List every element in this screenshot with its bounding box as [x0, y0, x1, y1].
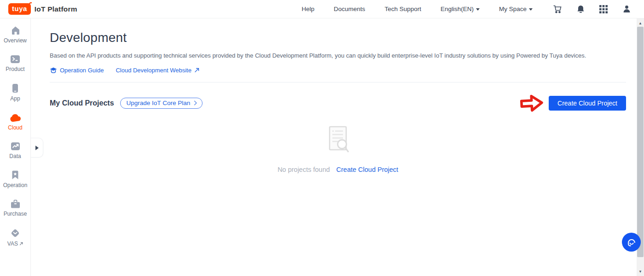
- chevron-right-icon: [192, 101, 197, 106]
- logo-swoosh-icon: [28, 1, 33, 7]
- upgrade-label: Upgrade IoT Core Plan: [127, 100, 191, 106]
- operation-guide-link[interactable]: Operation Guide: [50, 67, 104, 74]
- section-divider: [50, 82, 626, 82]
- user-icon[interactable]: [622, 5, 631, 14]
- create-cloud-project-button[interactable]: Create Cloud Project: [549, 96, 626, 111]
- external-link-icon: [194, 68, 199, 73]
- empty-create-project-link[interactable]: Create Cloud Project: [337, 166, 399, 173]
- projects-actions: Create Cloud Project: [519, 93, 626, 113]
- page-title: Development: [50, 30, 626, 45]
- no-projects-text: No projects found: [278, 166, 330, 173]
- nav-my-space[interactable]: My Space: [499, 6, 533, 12]
- external-link-icon: [19, 242, 23, 246]
- sidebar-expand-handle[interactable]: [31, 138, 43, 158]
- upgrade-iot-core-plan-button[interactable]: Upgrade IoT Core Plan: [120, 98, 203, 109]
- sidebar-item-product[interactable]: Product: [0, 55, 30, 72]
- cart-icon[interactable]: [553, 5, 562, 14]
- sidebar-label-operation: Operation: [3, 182, 28, 188]
- main-content: Development Based on the API products an…: [31, 18, 637, 276]
- scrollbar-thumb[interactable]: [637, 27, 644, 257]
- annotation-arrow-icon: [519, 93, 545, 114]
- sidebar-label-cloud: Cloud: [8, 124, 22, 131]
- vas-icon: [10, 228, 20, 238]
- sidebar-item-data[interactable]: Data: [0, 142, 30, 159]
- scroll-up-icon[interactable]: ▲: [637, 19, 644, 27]
- package-icon: [11, 200, 20, 208]
- nav-tech-support[interactable]: Tech Support: [384, 6, 421, 12]
- nav-language-select[interactable]: English(EN): [441, 6, 480, 12]
- support-chat-button[interactable]: [622, 233, 641, 252]
- projects-header-row: My Cloud Projects Upgrade IoT Core Plan …: [50, 93, 626, 113]
- header-icon-group: [553, 5, 631, 14]
- scroll-down-icon[interactable]: ▼: [637, 268, 644, 275]
- headset-chat-icon: [627, 237, 637, 247]
- nav-tech-support-label: Tech Support: [384, 6, 421, 12]
- nav-documents[interactable]: Documents: [334, 6, 365, 12]
- empty-text-row: No projects found Create Cloud Project: [278, 166, 398, 173]
- terminal-icon: [10, 55, 20, 64]
- home-icon: [11, 26, 20, 35]
- nav-my-space-label: My Space: [499, 6, 527, 12]
- product-name: IoT Platform: [35, 5, 77, 13]
- nav-help[interactable]: Help: [302, 6, 314, 12]
- top-nav: Help Documents Tech Support English(EN) …: [302, 6, 533, 12]
- cloud-dev-website-label: Cloud Development Website: [116, 67, 191, 74]
- caret-down-icon: [529, 8, 533, 11]
- help-links-row: Operation Guide Cloud Development Websit…: [50, 67, 626, 74]
- sidebar-label-vas: VAS: [7, 241, 23, 247]
- caret-down-icon: [476, 8, 480, 11]
- sidebar-label-overview: Overview: [4, 37, 27, 44]
- apps-grid-icon[interactable]: [599, 5, 608, 14]
- cloud-dev-website-link[interactable]: Cloud Development Website: [116, 67, 199, 74]
- nav-documents-label: Documents: [334, 6, 365, 12]
- cloud-icon: [9, 113, 21, 122]
- sidebar: Overview Product App Cloud Data Operatio…: [0, 18, 31, 276]
- sidebar-item-operation[interactable]: Operation: [0, 170, 30, 188]
- sidebar-item-overview[interactable]: Overview: [0, 26, 30, 44]
- page-description: Based on the API products and supporting…: [50, 52, 626, 59]
- sidebar-item-purchase[interactable]: Purchase: [0, 200, 30, 217]
- mobile-icon: [12, 83, 18, 93]
- sidebar-item-app[interactable]: App: [0, 83, 30, 102]
- operation-guide-label: Operation Guide: [60, 67, 104, 74]
- sidebar-item-vas[interactable]: VAS: [0, 228, 30, 247]
- top-header: tuya IoT Platform Help Documents Tech Su…: [0, 0, 644, 18]
- no-results-icon: [326, 125, 349, 156]
- tuya-logo-text: tuya: [12, 5, 27, 12]
- chart-icon: [11, 142, 20, 151]
- sidebar-label-data: Data: [9, 153, 21, 159]
- tuya-logo: tuya: [8, 3, 31, 15]
- nav-language-label: English(EN): [441, 6, 474, 12]
- nav-help-label: Help: [302, 6, 314, 12]
- projects-section-title: My Cloud Projects: [50, 99, 114, 107]
- projects-empty-state: No projects found Create Cloud Project: [50, 125, 626, 173]
- sidebar-item-cloud[interactable]: Cloud: [0, 113, 30, 131]
- sidebar-label-purchase: Purchase: [4, 211, 27, 217]
- brand-logo[interactable]: tuya IoT Platform: [8, 3, 77, 15]
- guide-book-icon: [50, 67, 57, 74]
- vas-text: VAS: [7, 241, 18, 247]
- bookmark-star-icon: [12, 170, 19, 180]
- sidebar-label-app: App: [10, 95, 20, 102]
- expand-arrow-icon: [35, 146, 39, 150]
- bell-icon[interactable]: [576, 5, 585, 14]
- sidebar-label-product: Product: [6, 66, 24, 72]
